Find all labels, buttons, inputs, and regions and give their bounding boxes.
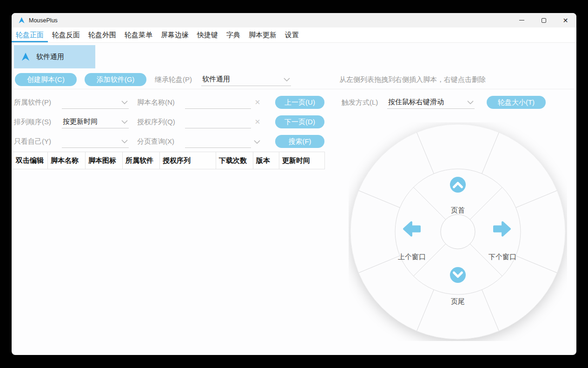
sort-order-value: 按更新时间 xyxy=(63,117,98,126)
table-header-license-serial: 授权序列 xyxy=(160,152,216,169)
owner-software-label: 所属软件(P) xyxy=(14,96,51,109)
trigger-mode-label: 触发方式(L) xyxy=(342,96,378,109)
tab-script-update[interactable]: 脚本更新 xyxy=(244,27,281,42)
close-icon: ✕ xyxy=(563,17,568,24)
table-header-update-time: 更新时间 xyxy=(279,152,325,169)
table-header-script-icon: 脚本图标 xyxy=(86,152,123,169)
main-tabbar: 轮盘正面 轮盘反面 轮盘外围 轮盘菜单 屏幕边缘 快捷键 字典 脚本更新 设置 xyxy=(12,27,576,43)
tab-screen-edge[interactable]: 屏幕边缘 xyxy=(157,27,193,42)
chevron-down-icon xyxy=(121,120,128,124)
next-page-button[interactable]: 下一页(D) xyxy=(275,115,324,128)
inherit-wheel-value: 软件通用 xyxy=(202,75,230,84)
maximize-icon xyxy=(542,18,546,23)
desktop-background: MousePlus ✕ 轮盘正面 轮盘反面 轮盘外围 轮盘菜单 屏幕边缘 快捷键… xyxy=(0,0,588,368)
drag-hint-text: 从左侧列表拖拽到右侧插入脚本，右键点击删除 xyxy=(339,73,486,86)
maximize-button[interactable] xyxy=(533,13,555,27)
prev-page-button[interactable]: 上一页(U) xyxy=(275,96,324,109)
tab-wheel-outer[interactable]: 轮盘外围 xyxy=(84,27,120,42)
wheel-sector-top[interactable] xyxy=(450,177,466,193)
chevron-down-icon xyxy=(284,78,290,81)
page-query-dropdown[interactable] xyxy=(185,135,251,148)
trigger-mode-value: 按住鼠标右键滑动 xyxy=(388,98,444,107)
license-serial-input[interactable] xyxy=(185,115,251,128)
script-table-header: 双击编辑 脚本名称 脚本图标 所属软件 授权序列 下载次数 版本 更新时间 xyxy=(13,152,325,169)
only-mine-dropdown[interactable] xyxy=(62,135,129,148)
table-header-download-count: 下载次数 xyxy=(216,152,253,169)
sort-order-dropdown[interactable]: 按更新时间 xyxy=(62,115,129,128)
chevron-down-icon xyxy=(121,140,128,143)
wheel-label-left[interactable]: 上个窗口 xyxy=(398,253,426,261)
minimize-button[interactable] xyxy=(511,13,533,27)
trigger-mode-dropdown[interactable]: 按住鼠标右键滑动 xyxy=(387,96,475,109)
tab-hotkeys[interactable]: 快捷键 xyxy=(193,27,222,42)
chevron-down-icon xyxy=(467,100,474,104)
toolbar-separator xyxy=(14,89,574,89)
page-query-label: 分页查询(X) xyxy=(137,135,174,148)
license-serial-label: 授权序列(Q) xyxy=(137,115,175,128)
chevron-down-icon xyxy=(121,100,128,104)
app-title: MousePlus xyxy=(29,17,58,24)
search-button[interactable]: 搜索(F) xyxy=(275,135,324,148)
wheel-label-bottom[interactable]: 页尾 xyxy=(451,297,465,306)
app-logo-icon xyxy=(18,17,25,24)
clear-icon[interactable]: ✕ xyxy=(253,115,262,128)
wheel-label-top[interactable]: 页首 xyxy=(451,206,465,215)
table-header-double-click-edit: 双击编辑 xyxy=(13,152,48,169)
table-header-owner-software: 所属软件 xyxy=(123,152,160,169)
add-software-button[interactable]: 添加软件(G) xyxy=(85,73,146,86)
inherit-wheel-dropdown[interactable]: 软件通用 xyxy=(201,73,291,86)
tab-wheel-front[interactable]: 轮盘正面 xyxy=(12,27,48,42)
table-header-script-name: 脚本名称 xyxy=(48,152,86,169)
owner-software-dropdown[interactable] xyxy=(62,96,129,109)
profile-tab-software-general[interactable]: 软件通用 xyxy=(14,45,95,68)
window-controls: ✕ xyxy=(511,13,576,27)
mouseplus-window: MousePlus ✕ 轮盘正面 轮盘反面 轮盘外围 轮盘菜单 屏幕边缘 快捷键… xyxy=(12,13,576,355)
wheel-label-right[interactable]: 下个窗口 xyxy=(489,253,516,261)
tab-wheel-menu[interactable]: 轮盘菜单 xyxy=(120,27,157,42)
close-button[interactable]: ✕ xyxy=(555,13,576,27)
titlebar[interactable]: MousePlus ✕ xyxy=(12,13,576,27)
chevron-down-icon xyxy=(252,135,262,148)
profile-tab-label: 软件通用 xyxy=(36,53,64,61)
table-header-version: 版本 xyxy=(253,152,279,169)
clear-icon[interactable]: ✕ xyxy=(253,96,262,109)
wheel-sector-bottom[interactable] xyxy=(450,267,466,283)
profile-logo-icon xyxy=(21,52,30,61)
minimize-icon xyxy=(519,20,524,20)
only-mine-label: 只看自己(Y) xyxy=(14,135,51,148)
wheel-size-button[interactable]: 轮盘大小(T) xyxy=(487,96,546,109)
tab-dictionary[interactable]: 字典 xyxy=(222,27,244,42)
tab-settings[interactable]: 设置 xyxy=(281,27,303,42)
wheel-hub-circle xyxy=(441,214,475,249)
inherit-wheel-label: 继承轮盘(P) xyxy=(155,73,192,86)
sort-order-label: 排列顺序(S) xyxy=(14,115,51,128)
create-script-button[interactable]: 创建脚本(C) xyxy=(15,73,77,86)
tab-wheel-back[interactable]: 轮盘反面 xyxy=(48,27,84,42)
script-name-label: 脚本名称(N) xyxy=(137,96,175,109)
wheel-preview[interactable] xyxy=(349,122,567,341)
script-name-input[interactable] xyxy=(185,96,251,109)
wheel-structure xyxy=(350,124,565,339)
